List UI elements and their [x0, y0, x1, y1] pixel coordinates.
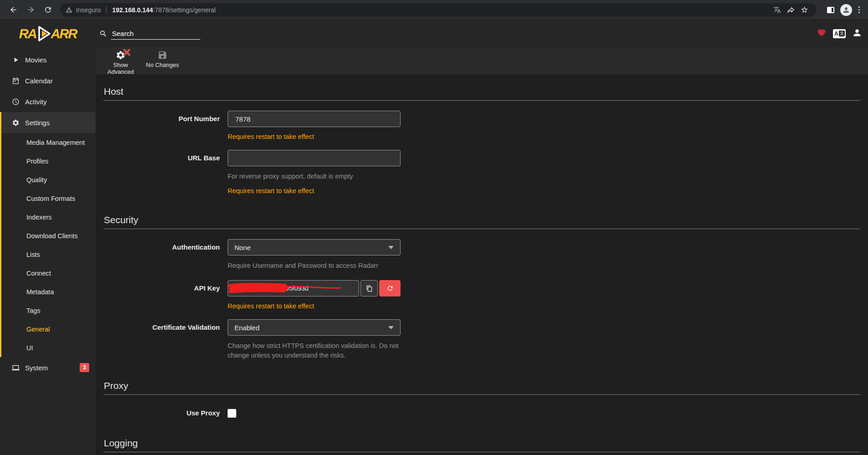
- sidebar-item-label: Calendar: [25, 77, 53, 85]
- show-advanced-button[interactable]: Show Advanced: [104, 50, 137, 76]
- advanced-off-badge: [123, 49, 130, 56]
- donate-button[interactable]: [817, 28, 826, 39]
- sidebar-item-custom-formats[interactable]: Custom Formats: [1, 189, 96, 208]
- port-number-input[interactable]: [228, 111, 401, 127]
- authentication-hint: Require Username and Password to access …: [228, 261, 401, 271]
- sidebar-item-lists[interactable]: Lists: [1, 245, 96, 264]
- security-status-label: Inseguro: [76, 6, 101, 14]
- logging-section: Logging Log Level Info: [103, 438, 860, 455]
- sub-item-label: Metadata: [26, 288, 54, 296]
- authentication-value: None: [234, 244, 251, 251]
- sidebar-item-general[interactable]: General: [1, 320, 96, 338]
- not-secure-warning-icon: [66, 6, 72, 13]
- sub-item-label: Connect: [26, 270, 51, 277]
- url-base-hint: For reverse proxy support, default is em…: [228, 172, 401, 181]
- browser-forward-button[interactable]: [23, 2, 38, 18]
- sub-item-label: Custom Formats: [26, 195, 75, 202]
- url-base-input[interactable]: [228, 150, 401, 166]
- address-bar[interactable]: Inseguro 192.168.0.144:7878/settings/gen…: [60, 3, 817, 17]
- api-key-row: API Key b14f478e3c55a8105f093d: [103, 280, 860, 310]
- show-advanced-label: Show Advanced: [104, 62, 137, 76]
- sub-item-label: Indexers: [26, 214, 52, 221]
- page-translate-button[interactable]: [770, 3, 784, 17]
- share-button[interactable]: [784, 3, 797, 17]
- save-changes-button[interactable]: No Changes: [146, 50, 179, 69]
- sub-item-label: General: [26, 326, 50, 333]
- translate-badge-letter: A: [834, 31, 838, 37]
- url-host: 192.168.0.144: [112, 6, 153, 14]
- regenerate-api-key-button[interactable]: [379, 280, 401, 297]
- certificate-validation-row: Certificate Validation Enabled Change ho…: [103, 319, 860, 360]
- api-key-value: b14f478e3c55a8105f093d: [234, 285, 309, 292]
- sidebar-item-label: System: [25, 364, 48, 372]
- sidebar-item-indexers[interactable]: Indexers: [1, 208, 96, 226]
- translate-page-badge[interactable]: A 文: [833, 29, 846, 38]
- bookmark-star-button[interactable]: [797, 3, 811, 17]
- sub-item-label: Media Management: [26, 139, 85, 146]
- search-input[interactable]: [111, 28, 200, 40]
- api-key-restart-warning: Requires restart to take effect: [228, 302, 401, 310]
- logo-text-left: RA: [19, 26, 36, 41]
- sidebar-item-settings[interactable]: Settings: [1, 112, 96, 133]
- section-title-security: Security: [103, 215, 860, 229]
- sidebar-item-quality[interactable]: Quality: [1, 170, 96, 189]
- sub-item-label: Quality: [26, 176, 47, 184]
- use-proxy-checkbox[interactable]: [228, 409, 236, 418]
- sidebar-item-system[interactable]: System 3: [0, 357, 96, 378]
- sidebar-item-tags[interactable]: Tags: [1, 301, 96, 320]
- section-title-host: Host: [103, 86, 860, 101]
- browser-back-button[interactable]: [5, 2, 21, 18]
- user-icon: [853, 28, 862, 37]
- browser-menu-button[interactable]: [855, 4, 863, 16]
- sidebar-item-download-clients[interactable]: Download Clients: [1, 226, 96, 245]
- user-menu-button[interactable]: [853, 28, 862, 39]
- certificate-validation-select[interactable]: Enabled: [228, 319, 401, 336]
- api-key-label: API Key: [103, 280, 228, 310]
- sidebar-item-profiles[interactable]: Profiles: [1, 152, 96, 170]
- radarr-logo[interactable]: RA ARR: [0, 26, 96, 42]
- sub-item-label: Profiles: [26, 158, 48, 165]
- translate-icon: [773, 6, 781, 14]
- save-changes-label: No Changes: [146, 62, 179, 69]
- copy-api-key-button[interactable]: [360, 280, 378, 297]
- port-number-label: Port Number: [103, 111, 228, 140]
- search-box: [99, 28, 200, 40]
- side-panel-button[interactable]: [824, 3, 838, 17]
- chevron-down-icon: [388, 246, 394, 249]
- clock-icon: [11, 97, 20, 106]
- url-path: :7878/settings/general: [153, 6, 216, 14]
- sidebar-item-label: Movies: [25, 56, 47, 64]
- radarr-header: RA ARR A 文: [0, 20, 868, 47]
- back-arrow-icon: [9, 5, 18, 14]
- translate-badge-glyph: 文: [839, 31, 845, 36]
- sub-item-label: Tags: [26, 307, 41, 314]
- logo-text-right: ARR: [51, 26, 77, 41]
- url-base-row: URL Base For reverse proxy support, defa…: [103, 150, 860, 194]
- security-section: Security Authentication None Require Use…: [103, 215, 860, 360]
- port-number-row: Port Number Requires restart to take eff…: [103, 111, 860, 140]
- proxy-section: Proxy Use Proxy: [103, 380, 860, 418]
- authentication-select[interactable]: None: [228, 239, 401, 256]
- certificate-validation-value: Enabled: [234, 324, 259, 332]
- authentication-row: Authentication None Require Username and…: [103, 239, 860, 271]
- sidebar-item-calendar[interactable]: Calendar: [0, 70, 96, 91]
- reload-icon: [44, 5, 52, 14]
- sidebar-item-ui[interactable]: UI: [1, 338, 96, 357]
- sidebar-item-connect[interactable]: Connect: [1, 264, 96, 282]
- sidebar-item-activity[interactable]: Activity: [0, 91, 96, 112]
- sidebar-item-label: Activity: [25, 98, 47, 106]
- url-base-label: URL Base: [103, 150, 228, 194]
- sidebar-item-media-management[interactable]: Media Management: [1, 133, 96, 152]
- profile-person-icon: [843, 6, 850, 14]
- sidebar-item-movies[interactable]: Movies: [0, 49, 96, 70]
- sidebar-item-metadata[interactable]: Metadata: [1, 282, 96, 301]
- sidebar-nav: Movies Calendar Activity Settings Media …: [0, 47, 96, 455]
- browser-reload-button[interactable]: [40, 2, 56, 18]
- side-panel-icon: [827, 7, 834, 13]
- browser-toolbar: Inseguro 192.168.0.144:7878/settings/gen…: [0, 0, 868, 20]
- page-toolbar: Show Advanced No Changes: [96, 47, 868, 74]
- chevron-down-icon: [388, 326, 394, 329]
- sub-item-label: UI: [26, 344, 33, 352]
- api-key-input[interactable]: b14f478e3c55a8105f093d: [228, 280, 359, 297]
- browser-profile-avatar[interactable]: [840, 4, 852, 16]
